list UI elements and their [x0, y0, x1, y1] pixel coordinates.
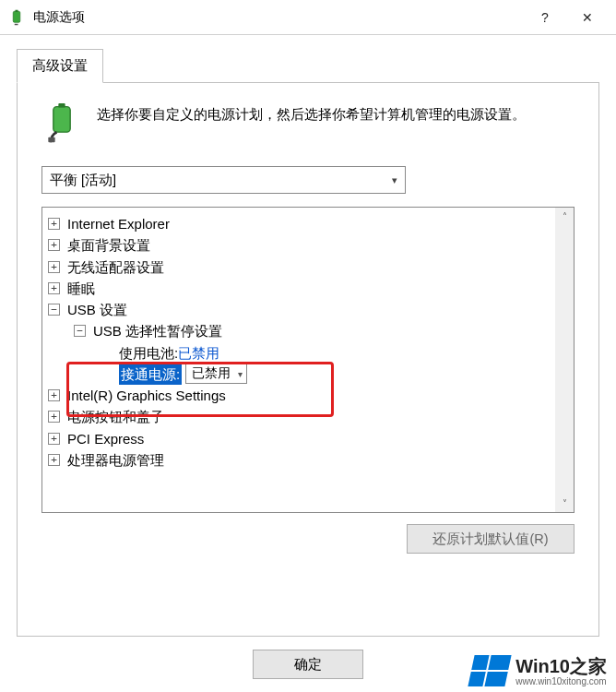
tree-row[interactable]: 使用电池: 已禁用 [100, 342, 574, 364]
tab-panel: 选择你要自定义的电源计划，然后选择你希望计算机管理的电源设置。 平衡 [活动] … [17, 83, 599, 637]
tree-value[interactable]: 已禁用 [178, 342, 219, 364]
panel-description: 选择你要自定义的电源计划，然后选择你希望计算机管理的电源设置。 [97, 103, 526, 144]
tree-row[interactable]: −USB 设置 [48, 299, 574, 320]
collapse-icon[interactable]: − [48, 304, 60, 316]
expand-icon[interactable]: + [48, 389, 60, 401]
restore-defaults-button[interactable]: 还原计划默认值(R) [407, 524, 575, 554]
close-button[interactable]: ✕ [566, 1, 609, 34]
watermark-sub: www.win10xitong.com [515, 676, 607, 686]
tree-row[interactable]: +PCI Express [48, 428, 574, 449]
help-button[interactable]: ? [524, 1, 566, 34]
tree-row[interactable]: +Intel(R) Graphics Settings [48, 385, 574, 406]
tree-row[interactable]: +桌面背景设置 [48, 234, 574, 256]
panel-header: 选择你要自定义的电源计划，然后选择你希望计算机管理的电源设置。 [41, 103, 575, 144]
scroll-up-icon: ˄ [563, 211, 567, 221]
collapse-icon[interactable]: − [74, 325, 86, 337]
expand-icon[interactable]: + [48, 454, 60, 466]
tree-row[interactable]: +睡眠 [48, 278, 574, 299]
windows-logo-icon [468, 655, 512, 686]
battery-plug-icon [41, 103, 82, 144]
svg-rect-2 [53, 107, 70, 133]
tree-row[interactable]: 接通电源:已禁用▾ [100, 364, 574, 385]
watermark: Win10之家 www.win10xitong.com [471, 655, 607, 686]
tree-label: Intel(R) Graphics Settings [67, 385, 226, 406]
tree-label: 处理器电源管理 [67, 449, 164, 471]
watermark-main: Win10之家 [515, 656, 607, 676]
title-bar: 电源选项 ? ✕ [0, 0, 616, 35]
chevron-down-icon: ▾ [392, 174, 397, 186]
tree-label: PCI Express [67, 428, 144, 449]
tree-label: 电源按钮和盖子 [67, 406, 164, 427]
power-plan-selected: 平衡 [活动] [50, 172, 116, 189]
watermark-text: Win10之家 www.win10xitong.com [515, 656, 607, 686]
tab-strip: 高级设置 [17, 48, 599, 83]
svg-rect-3 [58, 103, 65, 108]
expand-icon[interactable]: + [48, 411, 60, 423]
tree-value-select[interactable]: 已禁用▾ [185, 364, 247, 384]
tree-label: USB 设置 [67, 299, 127, 320]
expand-icon[interactable]: + [48, 282, 60, 294]
svg-rect-0 [13, 11, 20, 22]
tab-advanced-settings[interactable]: 高级设置 [17, 49, 103, 83]
expand-icon[interactable]: + [48, 433, 60, 445]
tree-row[interactable]: +无线适配器设置 [48, 257, 574, 278]
svg-rect-1 [16, 9, 18, 11]
power-plan-select[interactable]: 平衡 [活动] ▾ [41, 166, 406, 194]
tree-label: 使用电池: [119, 342, 178, 364]
tree-row[interactable]: +电源按钮和盖子 [48, 406, 574, 427]
settings-tree: +Internet Explorer+桌面背景设置+无线适配器设置+睡眠−USB… [41, 207, 575, 513]
tree-label: 睡眠 [67, 278, 95, 299]
tree-row[interactable]: +Internet Explorer [48, 213, 574, 234]
svg-rect-4 [48, 137, 54, 143]
tree-label: 接通电源: [119, 364, 182, 385]
ok-button[interactable]: 确定 [253, 650, 363, 679]
select-value: 已禁用 [192, 364, 231, 384]
expand-icon[interactable]: + [48, 261, 60, 273]
power-options-icon [7, 8, 26, 27]
window-title: 电源选项 [33, 9, 524, 26]
tree-label: Internet Explorer [67, 213, 170, 234]
tree-label: 桌面背景设置 [67, 234, 150, 256]
chevron-down-icon: ▾ [238, 367, 243, 382]
tree-row[interactable]: −USB 选择性暂停设置 [74, 320, 574, 341]
tree-label: 无线适配器设置 [67, 257, 164, 278]
expand-icon[interactable]: + [48, 218, 60, 230]
scrollbar[interactable]: ˄ ˅ [555, 208, 574, 512]
tree-label: USB 选择性暂停设置 [93, 320, 222, 341]
client-area: 高级设置 选择你要自定义的电源计划，然后选择你希望计算机管理的电源设置。 平衡 … [0, 35, 616, 637]
expand-icon[interactable]: + [48, 239, 60, 251]
tree-row[interactable]: +处理器电源管理 [48, 449, 574, 471]
scroll-down-icon: ˅ [563, 498, 567, 508]
